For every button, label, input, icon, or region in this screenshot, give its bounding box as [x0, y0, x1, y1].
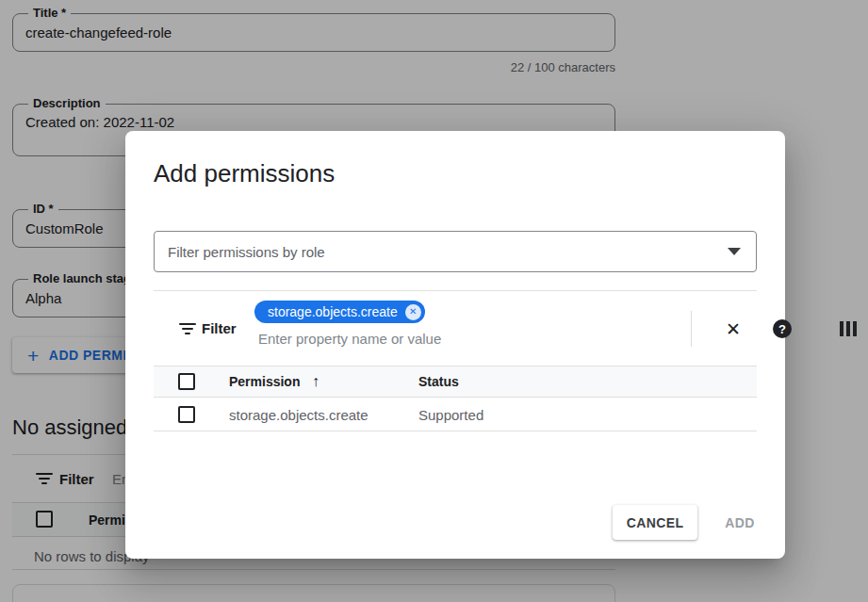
filter-help-button[interactable]: ? — [769, 316, 795, 342]
divider — [154, 290, 757, 291]
filter-permissions-by-role-select[interactable]: Filter permissions by role — [154, 231, 757, 272]
dialog-filter-label: Filter — [202, 320, 237, 336]
dialog-filter-input[interactable] — [258, 327, 569, 350]
row-checkbox[interactable] — [178, 406, 195, 423]
dialog-table-header: Permission ↑ Status — [154, 366, 757, 398]
row-status: Supported — [418, 406, 483, 422]
chevron-down-icon — [728, 248, 741, 255]
column-permission[interactable]: Permission — [229, 374, 300, 389]
sort-ascending-icon[interactable]: ↑ — [312, 373, 319, 390]
close-icon: ✕ — [726, 318, 741, 340]
add-button[interactable]: ADD — [707, 505, 773, 540]
filter-chip-storage-objects-create[interactable]: storage.objects.create ✕ — [254, 301, 425, 323]
cancel-button[interactable]: CANCEL — [613, 505, 697, 540]
filter-chip-label: storage.objects.create — [268, 304, 398, 319]
screen: Title * create-changefeed-role 22 / 100 … — [0, 0, 868, 602]
filter-icon — [179, 322, 196, 339]
columns-icon — [840, 321, 857, 336]
help-icon: ? — [773, 319, 792, 338]
select-all-checkbox[interactable] — [178, 373, 195, 390]
clear-filter-button[interactable]: ✕ — [720, 316, 746, 342]
row-permission: storage.objects.create — [229, 406, 368, 422]
column-options-button[interactable] — [835, 316, 861, 342]
toolbar-divider — [691, 311, 692, 347]
add-permissions-dialog: Add permissions Filter permissions by ro… — [125, 131, 785, 559]
dialog-title: Add permissions — [154, 159, 335, 188]
role-select-placeholder: Filter permissions by role — [168, 244, 728, 260]
column-status[interactable]: Status — [418, 374, 459, 389]
chip-remove-icon[interactable]: ✕ — [405, 304, 421, 320]
table-row[interactable]: storage.objects.create Supported — [154, 398, 757, 431]
